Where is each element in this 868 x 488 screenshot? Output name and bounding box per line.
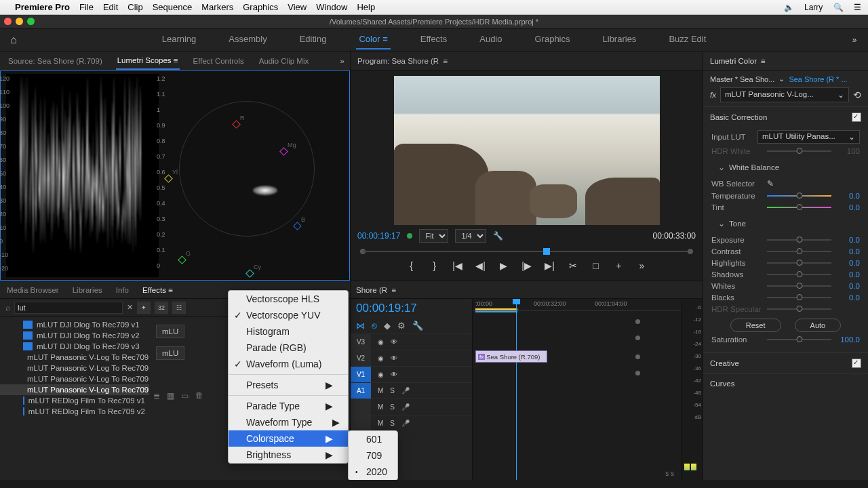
wrench-icon[interactable]: 🔧 [412, 321, 423, 331]
mark-out-icon[interactable]: } [429, 260, 440, 271]
eye-icon[interactable]: 👁 [391, 338, 397, 346]
effects-filter-3[interactable]: ☷ [172, 302, 186, 314]
lift-icon[interactable]: ✂ [568, 260, 578, 271]
curves-header[interactable]: Curves [710, 380, 734, 388]
icon-view-icon[interactable]: ▦ [167, 391, 174, 401]
ctx-sub-item[interactable]: 709 [349, 447, 397, 464]
basic-correction-checkbox[interactable] [852, 113, 861, 122]
mark-in-icon[interactable]: { [406, 260, 417, 271]
reset-effect-icon[interactable]: ⟲ [853, 89, 861, 100]
effects-list-item[interactable]: mLUT REDlog Film To Rec709 v2 [0, 406, 149, 417]
tint-slider[interactable]: Tint0.0 [711, 203, 860, 211]
ctx-presets[interactable]: Presets▶ [229, 377, 348, 393]
effect-dropdown[interactable]: mLUT Panasonic V-Log...⌄ [720, 87, 849, 102]
chevron-down-icon[interactable]: ⌄ [718, 220, 725, 228]
tab-libraries[interactable]: Libraries [73, 286, 102, 294]
workspace-editing[interactable]: Editing [297, 30, 330, 49]
eyedropper-icon[interactable]: ✎ [767, 179, 774, 188]
contrast-slider[interactable]: Contrast0.0 [711, 247, 860, 256]
track-v2[interactable]: V2 [351, 350, 371, 366]
mic-icon[interactable]: 🎤 [401, 387, 410, 394]
clear-search-icon[interactable]: ✕ [127, 303, 133, 312]
ctx-item[interactable]: Histogram [229, 323, 348, 340]
workspace-learning[interactable]: Learning [159, 30, 199, 49]
workspace-graphics[interactable]: Graphics [532, 30, 572, 49]
tab-source[interactable]: Source: Sea Shore (R.709) [7, 53, 104, 69]
go-to-out-icon[interactable]: ▶| [545, 260, 555, 271]
menu-graphics[interactable]: Graphics [243, 2, 278, 12]
sequence-link[interactable]: Sea Shore (R * ... [789, 75, 847, 83]
user-name[interactable]: Larry [804, 3, 823, 12]
snap-icon[interactable]: ⋈ [356, 321, 365, 331]
step-forward-icon[interactable]: |▶ [521, 260, 532, 271]
chevron-down-icon[interactable]: ⌄ [718, 163, 725, 171]
new-bin-icon[interactable]: ▭ [181, 391, 189, 401]
track-v1[interactable]: V1 [351, 367, 371, 382]
ctx-item[interactable]: ✓Vectorscope YUV [229, 307, 348, 323]
saturation-slider[interactable]: Saturation100.0 [711, 336, 860, 344]
spotlight-icon[interactable]: 🔍 [833, 3, 844, 12]
creative-checkbox[interactable] [852, 359, 861, 368]
list-view-icon[interactable]: ≣ [153, 391, 160, 401]
master-clip-label[interactable]: Master * Sea Sho... [710, 75, 774, 83]
effects-list-item[interactable]: mLUT Panasonic V-Log To Rec709 v3 [0, 373, 149, 384]
tab-info[interactable]: Info [116, 286, 129, 294]
highlights-slider[interactable]: Highlights0.0 [711, 259, 860, 267]
zoom-select[interactable]: Fit [419, 229, 448, 243]
keyframe-icon[interactable] [635, 371, 640, 375]
linked-selection-icon[interactable]: ⎋ [372, 321, 377, 331]
tone-header[interactable]: Tone [729, 220, 746, 228]
effects-filter-2[interactable]: 32 [155, 302, 168, 314]
shadows-slider[interactable]: Shadows0.0 [711, 270, 860, 279]
menu-markers[interactable]: Markers [201, 2, 233, 12]
workspace-buzz-edit[interactable]: Buzz Edit [666, 30, 709, 49]
temperature-slider[interactable]: Temperature0.0 [711, 192, 860, 200]
menu-view[interactable]: View [288, 2, 307, 12]
track-v3[interactable]: V3 [351, 334, 371, 350]
volume-icon[interactable]: 🔈 [784, 3, 794, 12]
track-toggle-output-icon[interactable]: ◉ [378, 338, 384, 346]
ctx-item[interactable]: Vectorscope HLS [229, 291, 348, 307]
add-marker-icon[interactable]: + [614, 260, 625, 271]
effects-search-input[interactable] [14, 302, 123, 314]
minimize-window-icon[interactable] [16, 18, 23, 25]
menu-window[interactable]: Window [316, 2, 347, 12]
resolution-select[interactable]: 1/4 [455, 229, 486, 243]
reset-button[interactable]: Reset [730, 319, 781, 332]
tab-program[interactable]: Program: Sea Shore (R ≡ [357, 57, 448, 65]
tab-media-browser[interactable]: Media Browser [7, 286, 59, 294]
keyframe-icon[interactable] [635, 354, 640, 359]
ctx-item[interactable]: Waveform Type▶ [229, 414, 348, 430]
effects-list-item[interactable]: mLUT REDlog Film To Rec709 v1 [0, 395, 149, 406]
go-to-in-icon[interactable]: |◀ [452, 260, 463, 271]
tab-audio-clip-mix[interactable]: Audio Clip Mix [258, 53, 311, 69]
transport-overflow-icon[interactable]: » [637, 260, 648, 271]
input-lut-dropdown[interactable]: mLUT Utility Panas...⌄ [757, 130, 860, 144]
effects-list-item[interactable]: mLUT DJI Dlog To Rec709 v3 [0, 341, 149, 352]
blacks-slider[interactable]: Blacks0.0 [711, 293, 860, 302]
menu-extras-icon[interactable]: ☰ [854, 3, 861, 12]
ctx-item[interactable]: Parade Type▶ [229, 398, 348, 414]
settings-icon[interactable]: ⚙ [397, 321, 406, 331]
timeline-tracks-area[interactable]: :00:00 00:00:32:00 00:01:04:00 fxSea Sho… [473, 299, 681, 480]
workspace-libraries[interactable]: Libraries [600, 30, 639, 49]
ctx-item[interactable]: ✓Waveform (Luma) [229, 356, 348, 372]
timeline-timecode[interactable]: 00:00:19:17 [351, 299, 472, 318]
workspace-audio[interactable]: Audio [477, 30, 505, 49]
track-a2[interactable] [351, 399, 371, 415]
timeline-tab[interactable]: Shore (R ≡ [356, 286, 396, 294]
effects-list-item[interactable]: mLUT Panasonic V-Log To Rec709 v2 [0, 363, 149, 373]
ctx-submenu[interactable]: 601709•2020 [348, 430, 398, 481]
panel-overflow-icon[interactable]: » [340, 57, 344, 65]
tab-lumetri-scopes[interactable]: Lumetri Scopes ≡ [116, 52, 180, 70]
program-timecode[interactable]: 00:00:19:17 [357, 231, 400, 241]
workspace-assembly[interactable]: Assembly [226, 30, 269, 49]
basic-correction-header[interactable]: Basic Correction [710, 113, 767, 121]
tab-effects[interactable]: Effects ≡ [142, 286, 173, 294]
effects-list[interactable]: mLUT DJI Dlog To Rec709 v1mLUT DJI Dlog … [0, 317, 149, 480]
track-a3[interactable] [351, 415, 371, 431]
tab-effect-controls[interactable]: Effect Controls [192, 53, 245, 69]
fx-badge-icon[interactable]: fx [710, 91, 716, 99]
effects-list-item[interactable]: mLUT Panasonic V-Log To Rec709 v4 [0, 384, 149, 395]
panel-menu-icon[interactable]: ≡ [761, 57, 766, 65]
